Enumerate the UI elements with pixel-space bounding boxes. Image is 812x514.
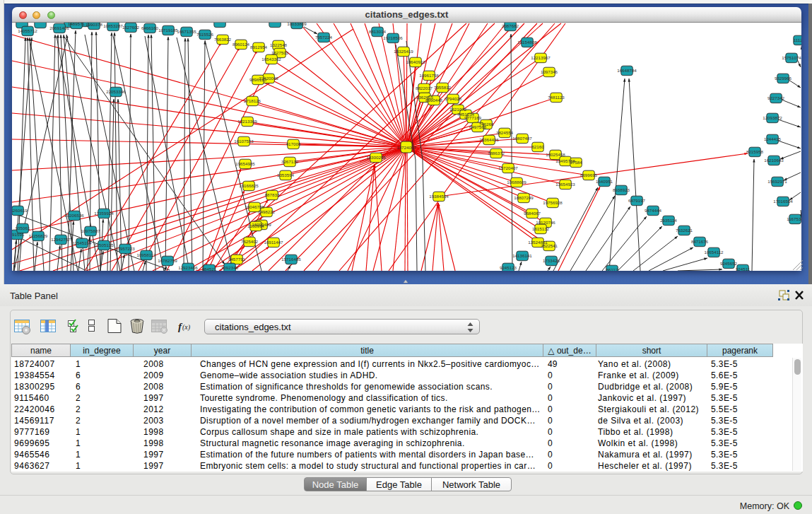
svg-text:6479197: 6479197 bbox=[628, 198, 646, 203]
svg-text:16782759: 16782759 bbox=[158, 258, 177, 263]
svg-text:86112: 86112 bbox=[606, 267, 618, 271]
svg-text:18300295: 18300295 bbox=[366, 155, 386, 160]
svg-text:20691406: 20691406 bbox=[49, 25, 69, 30]
svg-text:1640951: 1640951 bbox=[596, 179, 613, 184]
svg-text:924511: 924511 bbox=[736, 267, 751, 271]
svg-text:8822037: 8822037 bbox=[416, 86, 433, 90]
svg-text:9245123: 9245123 bbox=[500, 265, 517, 270]
svg-text:20206536: 20206536 bbox=[64, 213, 84, 218]
svg-text:1160994: 1160994 bbox=[247, 223, 264, 228]
svg-text:9245652: 9245652 bbox=[720, 261, 738, 266]
svg-text:10853287: 10853287 bbox=[103, 23, 123, 28]
svg-text:22053346: 22053346 bbox=[106, 89, 126, 94]
svg-text:1097346: 1097346 bbox=[541, 69, 558, 74]
svg-text:984521: 984521 bbox=[202, 267, 217, 271]
svg-text:2087682: 2087682 bbox=[502, 23, 519, 28]
svg-text:10688609: 10688609 bbox=[507, 180, 526, 185]
svg-text:1527602: 1527602 bbox=[122, 25, 140, 30]
svg-text:8912954: 8912954 bbox=[250, 45, 268, 49]
svg-text:1167534: 1167534 bbox=[787, 216, 801, 221]
svg-text:15751074: 15751074 bbox=[782, 55, 801, 60]
svg-text:1498222: 1498222 bbox=[258, 209, 276, 214]
svg-text:10807487: 10807487 bbox=[512, 136, 532, 141]
svg-text:9457791: 9457791 bbox=[228, 257, 246, 262]
svg-text:417006: 417006 bbox=[286, 141, 301, 146]
svg-text:16671355: 16671355 bbox=[177, 29, 196, 34]
svg-text:3267130: 3267130 bbox=[281, 159, 299, 164]
svg-text:19654985: 19654985 bbox=[235, 161, 255, 166]
svg-text:12213967: 12213967 bbox=[531, 55, 551, 60]
svg-text:19166825: 19166825 bbox=[239, 183, 259, 188]
svg-text:10958117: 10958117 bbox=[136, 252, 156, 257]
svg-text:7957224: 7957224 bbox=[315, 35, 333, 40]
svg-text:9227342: 9227342 bbox=[767, 95, 785, 100]
svg-text:8471676: 8471676 bbox=[691, 239, 709, 244]
svg-text:11123: 11123 bbox=[794, 37, 801, 42]
svg-text:13654923: 13654923 bbox=[555, 182, 575, 187]
svg-text:1990378: 1990378 bbox=[86, 23, 103, 27]
svg-text:15716485: 15716485 bbox=[281, 257, 301, 262]
svg-text:1489571: 1489571 bbox=[68, 23, 86, 26]
svg-text:10120746: 10120746 bbox=[536, 220, 555, 225]
svg-text:10025458: 10025458 bbox=[546, 152, 565, 157]
svg-text:7625402: 7625402 bbox=[241, 239, 259, 244]
svg-text:1733426: 1733426 bbox=[543, 258, 560, 263]
svg-text:15720407: 15720407 bbox=[498, 165, 518, 170]
svg-text:8215958: 8215958 bbox=[746, 149, 764, 154]
svg-text:16210643: 16210643 bbox=[764, 158, 784, 163]
svg-text:18640910: 18640910 bbox=[406, 59, 425, 64]
svg-text:9474444: 9474444 bbox=[645, 208, 662, 213]
svg-text:10719185: 10719185 bbox=[158, 28, 178, 33]
svg-text:62160: 62160 bbox=[531, 144, 544, 149]
svg-text:16911447: 16911447 bbox=[264, 240, 283, 245]
svg-text:18807249: 18807249 bbox=[514, 195, 534, 200]
svg-text:2718126: 2718126 bbox=[244, 98, 261, 103]
svg-text:10961758: 10961758 bbox=[419, 73, 439, 78]
svg-text:12942757: 12942757 bbox=[51, 237, 71, 242]
svg-text:7481123: 7481123 bbox=[548, 95, 565, 100]
svg-text:8960124: 8960124 bbox=[233, 42, 250, 47]
svg-text:14055712: 14055712 bbox=[18, 28, 37, 33]
svg-text:17957223: 17957223 bbox=[115, 246, 135, 251]
svg-text:11156829: 11156829 bbox=[29, 233, 48, 238]
svg-text:8990448: 8990448 bbox=[425, 98, 443, 103]
svg-text:16046788: 16046788 bbox=[245, 204, 264, 209]
svg-text:10654112: 10654112 bbox=[704, 250, 724, 255]
svg-text:7515526: 7515526 bbox=[196, 32, 214, 37]
svg-text:16107553: 16107553 bbox=[234, 139, 254, 144]
svg-text:14136141: 14136141 bbox=[512, 253, 532, 258]
svg-text:16543362: 16543362 bbox=[261, 57, 281, 62]
svg-text:1621072: 1621072 bbox=[449, 107, 467, 112]
svg-text:10033809: 10033809 bbox=[287, 23, 307, 26]
svg-text:8938923: 8938923 bbox=[613, 187, 630, 192]
svg-text:11545194: 11545194 bbox=[72, 240, 92, 245]
svg-text:9684067: 9684067 bbox=[524, 211, 541, 216]
svg-text:1244415: 1244415 bbox=[764, 136, 782, 141]
svg-text:19218506: 19218506 bbox=[383, 35, 403, 40]
svg-text:12505135: 12505135 bbox=[94, 243, 114, 247]
svg-text:1322548: 1322548 bbox=[270, 42, 288, 47]
svg-text:16154808: 16154808 bbox=[517, 40, 537, 45]
svg-text:6497568: 6497568 bbox=[469, 124, 487, 129]
svg-text:18724007: 18724007 bbox=[396, 145, 416, 150]
svg-text:16648784: 16648784 bbox=[617, 68, 637, 73]
svg-text:8813014: 8813014 bbox=[369, 29, 387, 34]
svg-text:12923466: 12923466 bbox=[178, 265, 198, 270]
svg-text:6466160: 6466160 bbox=[141, 25, 159, 30]
svg-text:6794028: 6794028 bbox=[445, 96, 462, 101]
svg-text:19756928: 19756928 bbox=[543, 200, 563, 205]
svg-text:9329966: 9329966 bbox=[775, 76, 792, 81]
svg-text:12213369: 12213369 bbox=[237, 119, 257, 124]
svg-text:887833: 887833 bbox=[265, 192, 280, 197]
svg-text:2522541: 2522541 bbox=[541, 243, 558, 248]
svg-text:7955812: 7955812 bbox=[434, 85, 452, 90]
svg-text:7632621: 7632621 bbox=[676, 228, 693, 233]
svg-text:1092346: 1092346 bbox=[221, 265, 239, 270]
svg-text:8699695: 8699695 bbox=[580, 173, 598, 177]
svg-text:10975887: 10975887 bbox=[81, 228, 100, 233]
svg-text:2935114: 2935114 bbox=[660, 218, 677, 223]
svg-text:7886372: 7886372 bbox=[488, 151, 505, 156]
svg-text:13325419: 13325419 bbox=[394, 49, 413, 54]
svg-text:97584: 97584 bbox=[570, 160, 582, 165]
svg-text:7663822: 7663822 bbox=[214, 37, 232, 42]
